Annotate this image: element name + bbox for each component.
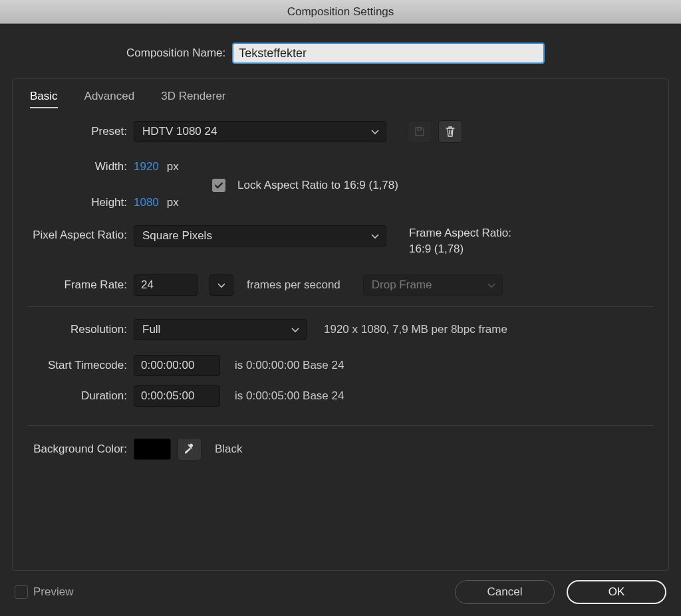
start-timecode-row: Start Timecode: 0:00:00:00 is 0:00:00:00… bbox=[27, 355, 654, 376]
lock-aspect-row: Lock Aspect Ratio to 16:9 (1,78) bbox=[27, 179, 654, 192]
lock-aspect-label: Lock Aspect Ratio to 16:9 (1,78) bbox=[237, 179, 398, 192]
fps-label: Frame Rate: bbox=[27, 278, 134, 292]
duration-value: 0:00:05:00 bbox=[141, 389, 194, 403]
dialog-title: Composition Settings bbox=[287, 5, 394, 19]
composition-name-row: Composition Name: bbox=[12, 43, 669, 64]
frame-aspect-info: Frame Aspect Ratio: 16:9 (1,78) bbox=[409, 225, 511, 257]
fps-value-field[interactable]: 24 bbox=[134, 274, 198, 296]
fps-unit: frames per second bbox=[247, 278, 340, 292]
dialog-titlebar: Composition Settings bbox=[0, 0, 681, 24]
frame-aspect-label: Frame Aspect Ratio: bbox=[409, 225, 511, 241]
settings-panel: Basic Advanced 3D Renderer Preset: HDTV … bbox=[12, 78, 669, 571]
chevron-down-icon bbox=[486, 280, 497, 290]
drop-frame-value: Drop Frame bbox=[372, 278, 432, 292]
tab-basic[interactable]: Basic bbox=[30, 87, 58, 108]
ok-label: OK bbox=[609, 585, 625, 599]
width-unit: px bbox=[167, 160, 179, 173]
height-value[interactable]: 1080 bbox=[134, 196, 159, 209]
drop-frame-select: Drop Frame bbox=[363, 274, 503, 296]
par-value: Square Pixels bbox=[142, 229, 212, 243]
fps-dropdown-button[interactable] bbox=[209, 274, 233, 296]
cancel-button[interactable]: Cancel bbox=[455, 580, 555, 604]
save-preset-button bbox=[408, 120, 432, 143]
bg-color-label: Background Color: bbox=[27, 443, 134, 456]
delete-preset-button[interactable] bbox=[438, 120, 462, 143]
frame-aspect-value: 16:9 (1,78) bbox=[409, 241, 511, 257]
width-value[interactable]: 1920 bbox=[134, 160, 159, 173]
height-label: Height: bbox=[27, 196, 134, 209]
preset-row: Preset: HDTV 1080 24 bbox=[27, 120, 654, 143]
start-timecode-value: 0:00:00:00 bbox=[141, 359, 194, 372]
eyedropper-icon bbox=[184, 443, 196, 455]
preview-checkbox[interactable] bbox=[15, 585, 28, 599]
duration-label: Duration: bbox=[27, 389, 134, 403]
start-timecode-info: is 0:00:00:00 Base 24 bbox=[235, 359, 344, 372]
preset-label: Preset: bbox=[27, 125, 134, 138]
width-row: Width: 1920 px bbox=[27, 160, 654, 173]
duration-field[interactable]: 0:00:05:00 bbox=[134, 385, 220, 407]
lock-aspect-checkbox[interactable] bbox=[212, 179, 225, 192]
resolution-info: 1920 x 1080, 7,9 MB per 8bpc frame bbox=[324, 323, 507, 336]
bg-color-name: Black bbox=[215, 443, 243, 456]
trash-icon bbox=[445, 126, 456, 138]
preview-label: Preview bbox=[33, 585, 73, 599]
bg-color-swatch[interactable] bbox=[134, 439, 171, 460]
fps-row: Frame Rate: 24 frames per second Drop Fr… bbox=[27, 274, 654, 296]
dialog-footer: Preview Cancel OK bbox=[12, 571, 669, 608]
save-preset-icon bbox=[414, 126, 426, 138]
resolution-label: Resolution: bbox=[27, 323, 134, 336]
height-unit: px bbox=[167, 196, 179, 209]
chevron-down-icon bbox=[216, 280, 227, 290]
tab-3d-renderer[interactable]: 3D Renderer bbox=[161, 87, 225, 108]
par-label: Pixel Aspect Ratio: bbox=[27, 225, 134, 242]
composition-name-label: Composition Name: bbox=[126, 47, 225, 60]
start-timecode-label: Start Timecode: bbox=[27, 359, 134, 372]
chevron-down-icon bbox=[290, 324, 301, 335]
width-label: Width: bbox=[27, 160, 134, 173]
divider bbox=[27, 306, 654, 307]
duration-info: is 0:00:05:00 Base 24 bbox=[235, 389, 344, 403]
dialog-body: Composition Name: Basic Advanced 3D Rend… bbox=[0, 24, 681, 616]
cancel-label: Cancel bbox=[487, 585, 523, 599]
tab-advanced[interactable]: Advanced bbox=[84, 87, 135, 108]
tab-bar: Basic Advanced 3D Renderer bbox=[27, 86, 654, 108]
divider bbox=[27, 425, 654, 426]
chevron-down-icon bbox=[370, 231, 380, 241]
composition-name-input[interactable] bbox=[232, 43, 545, 64]
par-row: Pixel Aspect Ratio: Square Pixels Frame … bbox=[27, 225, 654, 257]
duration-row: Duration: 0:00:05:00 is 0:00:05:00 Base … bbox=[27, 385, 654, 407]
preset-value: HDTV 1080 24 bbox=[142, 125, 217, 138]
eyedropper-button[interactable] bbox=[178, 438, 202, 461]
form-area: Preset: HDTV 1080 24 Wid bbox=[27, 108, 654, 560]
par-select[interactable]: Square Pixels bbox=[134, 225, 386, 247]
height-row: Height: 1080 px bbox=[27, 196, 654, 209]
fps-value: 24 bbox=[141, 278, 154, 292]
start-timecode-field[interactable]: 0:00:00:00 bbox=[134, 355, 220, 376]
bg-color-row: Background Color: Black bbox=[27, 438, 654, 461]
check-icon bbox=[213, 180, 224, 191]
preset-select[interactable]: HDTV 1080 24 bbox=[134, 121, 386, 142]
chevron-down-icon bbox=[370, 126, 380, 137]
resolution-select[interactable]: Full bbox=[134, 319, 307, 340]
ok-button[interactable]: OK bbox=[567, 580, 666, 604]
resolution-row: Resolution: Full 1920 x 1080, 7,9 MB per… bbox=[27, 319, 654, 340]
resolution-value: Full bbox=[142, 323, 160, 336]
